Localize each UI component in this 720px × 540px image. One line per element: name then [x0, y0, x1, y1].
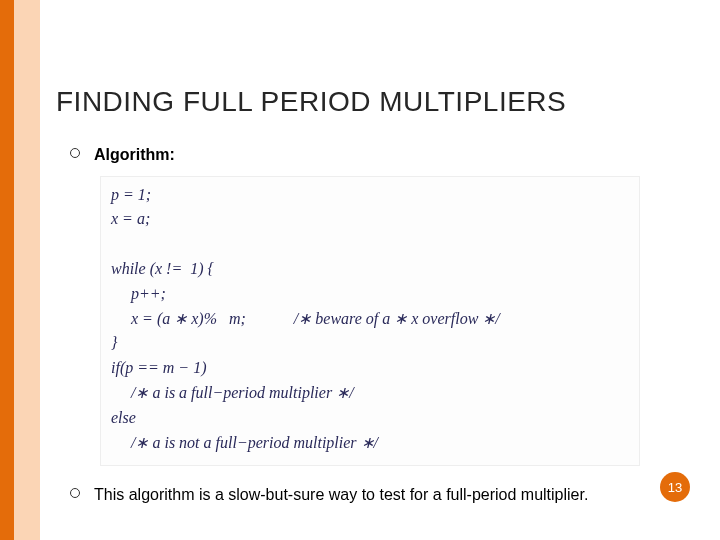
code-line: p++; — [111, 285, 166, 302]
code-line: p = 1; — [111, 186, 151, 203]
bullet-icon — [70, 488, 80, 498]
slide-title: FINDING FULL PERIOD MULTIPLIERS — [56, 86, 720, 118]
code-line: /∗ a is not a full−period multiplier ∗/ — [111, 434, 378, 451]
bullet-label: This algorithm is a slow-but-sure way to… — [94, 484, 588, 506]
accent-bar-inner — [0, 0, 14, 540]
code-line: x = a; — [111, 210, 150, 227]
bullet-icon — [70, 148, 80, 158]
slide-content: FINDING FULL PERIOD MULTIPLIERS Algorith… — [40, 0, 720, 540]
code-line: if(p == m − 1) — [111, 359, 207, 376]
code-block: p = 1; x = a; while (x != 1) { p++; x = … — [100, 176, 640, 467]
code-line: x = (a ∗ x)% m; /∗ beware of a ∗ x overf… — [111, 310, 500, 327]
page-number: 13 — [668, 480, 682, 495]
code-line: while (x != 1) { — [111, 260, 214, 277]
list-item: This algorithm is a slow-but-sure way to… — [70, 484, 680, 506]
code-line: /∗ a is a full−period multiplier ∗/ — [111, 384, 354, 401]
code-line: } — [111, 334, 117, 351]
bullet-label: Algorithm: — [94, 144, 175, 166]
list-item: Algorithm: — [70, 144, 680, 166]
code-line: else — [111, 409, 136, 426]
page-number-badge: 13 — [660, 472, 690, 502]
bullet-list: Algorithm: p = 1; x = a; while (x != 1) … — [70, 144, 680, 506]
